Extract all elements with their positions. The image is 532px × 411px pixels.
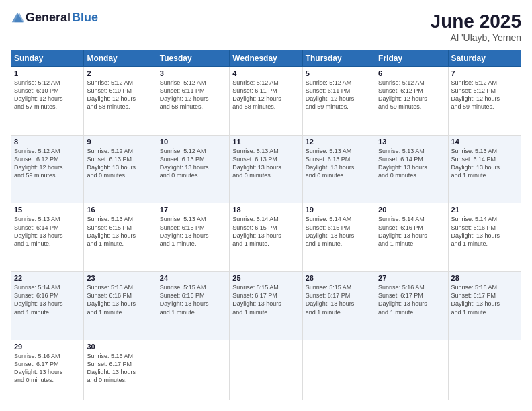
day-info: Sunrise: 5:12 AM Sunset: 6:11 PM Dayligh… xyxy=(306,79,372,111)
calendar-cell: 23Sunrise: 5:15 AM Sunset: 6:16 PM Dayli… xyxy=(84,272,157,340)
day-info: Sunrise: 5:12 AM Sunset: 6:12 PM Dayligh… xyxy=(14,147,81,180)
day-info: Sunrise: 5:13 AM Sunset: 6:14 PM Dayligh… xyxy=(14,215,81,248)
calendar-cell: 9Sunrise: 5:12 AM Sunset: 6:13 PM Daylig… xyxy=(84,135,157,203)
day-number: 1 xyxy=(14,69,81,77)
day-number: 4 xyxy=(232,69,299,77)
day-info: Sunrise: 5:15 AM Sunset: 6:17 PM Dayligh… xyxy=(232,283,299,316)
weekday-header: Monday xyxy=(84,50,157,67)
weekday-header: Wednesday xyxy=(230,50,302,67)
calendar-cell: 12Sunrise: 5:13 AM Sunset: 6:13 PM Dayli… xyxy=(302,135,375,203)
day-info: Sunrise: 5:15 AM Sunset: 6:16 PM Dayligh… xyxy=(87,283,153,316)
day-number: 7 xyxy=(451,69,518,77)
header: GeneralBlue June 2025 Al 'Ulayb, Yemen xyxy=(11,11,521,43)
day-info: Sunrise: 5:12 AM Sunset: 6:12 PM Dayligh… xyxy=(451,79,518,111)
day-number: 17 xyxy=(160,205,226,214)
weekday-header: Sunday xyxy=(11,50,84,67)
weekday-header: Saturday xyxy=(448,50,521,67)
day-info: Sunrise: 5:14 AM Sunset: 6:16 PM Dayligh… xyxy=(378,215,445,248)
day-number: 15 xyxy=(14,205,81,214)
logo-icon xyxy=(11,11,24,25)
calendar-cell xyxy=(448,340,521,400)
calendar-cell: 25Sunrise: 5:15 AM Sunset: 6:17 PM Dayli… xyxy=(230,272,302,340)
calendar-cell: 10Sunrise: 5:12 AM Sunset: 6:13 PM Dayli… xyxy=(157,135,229,203)
day-info: Sunrise: 5:13 AM Sunset: 6:13 PM Dayligh… xyxy=(306,147,372,180)
logo-blue-text: Blue xyxy=(72,11,98,25)
day-number: 23 xyxy=(87,274,153,282)
day-info: Sunrise: 5:16 AM Sunset: 6:17 PM Dayligh… xyxy=(87,352,153,385)
calendar-cell: 17Sunrise: 5:13 AM Sunset: 6:15 PM Dayli… xyxy=(157,203,229,272)
calendar-cell: 26Sunrise: 5:15 AM Sunset: 6:17 PM Dayli… xyxy=(302,272,375,340)
page: GeneralBlue June 2025 Al 'Ulayb, Yemen S… xyxy=(0,0,532,411)
calendar-cell: 19Sunrise: 5:14 AM Sunset: 6:15 PM Dayli… xyxy=(302,203,375,272)
weekday-header: Friday xyxy=(375,50,448,67)
day-number: 3 xyxy=(160,69,226,77)
day-info: Sunrise: 5:16 AM Sunset: 6:17 PM Dayligh… xyxy=(451,283,518,316)
day-number: 6 xyxy=(378,69,445,77)
day-info: Sunrise: 5:14 AM Sunset: 6:16 PM Dayligh… xyxy=(451,215,518,248)
calendar-cell: 20Sunrise: 5:14 AM Sunset: 6:16 PM Dayli… xyxy=(375,203,448,272)
day-info: Sunrise: 5:16 AM Sunset: 6:17 PM Dayligh… xyxy=(378,283,445,316)
calendar-cell: 15Sunrise: 5:13 AM Sunset: 6:14 PM Dayli… xyxy=(11,203,84,272)
day-number: 18 xyxy=(232,205,299,214)
day-number: 24 xyxy=(160,274,226,282)
calendar-cell: 8Sunrise: 5:12 AM Sunset: 6:12 PM Daylig… xyxy=(11,135,84,203)
day-info: Sunrise: 5:12 AM Sunset: 6:12 PM Dayligh… xyxy=(378,79,445,111)
calendar-cell: 21Sunrise: 5:14 AM Sunset: 6:16 PM Dayli… xyxy=(448,203,521,272)
day-info: Sunrise: 5:13 AM Sunset: 6:15 PM Dayligh… xyxy=(160,215,226,248)
day-info: Sunrise: 5:14 AM Sunset: 6:15 PM Dayligh… xyxy=(232,215,299,248)
day-number: 9 xyxy=(87,138,153,146)
day-number: 11 xyxy=(232,138,299,146)
calendar-cell: 24Sunrise: 5:15 AM Sunset: 6:16 PM Dayli… xyxy=(157,272,229,340)
calendar-cell: 7Sunrise: 5:12 AM Sunset: 6:12 PM Daylig… xyxy=(448,67,521,136)
calendar-cell xyxy=(375,340,448,400)
day-info: Sunrise: 5:16 AM Sunset: 6:17 PM Dayligh… xyxy=(14,352,81,385)
calendar-week-row: 15Sunrise: 5:13 AM Sunset: 6:14 PM Dayli… xyxy=(11,203,521,272)
day-number: 30 xyxy=(87,342,153,351)
day-info: Sunrise: 5:12 AM Sunset: 6:11 PM Dayligh… xyxy=(232,79,299,111)
day-number: 26 xyxy=(306,274,372,282)
day-number: 20 xyxy=(378,205,445,214)
day-info: Sunrise: 5:15 AM Sunset: 6:16 PM Dayligh… xyxy=(160,283,226,316)
calendar-cell xyxy=(230,340,302,400)
logo-general-text: General xyxy=(26,11,71,25)
calendar-cell: 30Sunrise: 5:16 AM Sunset: 6:17 PM Dayli… xyxy=(84,340,157,400)
calendar-week-row: 1Sunrise: 5:12 AM Sunset: 6:10 PM Daylig… xyxy=(11,67,521,136)
day-info: Sunrise: 5:13 AM Sunset: 6:14 PM Dayligh… xyxy=(378,147,445,180)
title-block: June 2025 Al 'Ulayb, Yemen xyxy=(431,11,521,43)
day-info: Sunrise: 5:12 AM Sunset: 6:10 PM Dayligh… xyxy=(87,79,153,111)
day-info: Sunrise: 5:12 AM Sunset: 6:13 PM Dayligh… xyxy=(160,147,226,180)
logo: GeneralBlue xyxy=(11,11,98,25)
weekday-header: Tuesday xyxy=(157,50,229,67)
calendar-cell: 28Sunrise: 5:16 AM Sunset: 6:17 PM Dayli… xyxy=(448,272,521,340)
calendar-cell: 1Sunrise: 5:12 AM Sunset: 6:10 PM Daylig… xyxy=(11,67,84,136)
day-info: Sunrise: 5:12 AM Sunset: 6:13 PM Dayligh… xyxy=(87,147,153,180)
calendar-week-row: 22Sunrise: 5:14 AM Sunset: 6:16 PM Dayli… xyxy=(11,272,521,340)
day-number: 2 xyxy=(87,69,153,77)
calendar-cell: 27Sunrise: 5:16 AM Sunset: 6:17 PM Dayli… xyxy=(375,272,448,340)
month-title: June 2025 xyxy=(431,11,521,32)
calendar-week-row: 29Sunrise: 5:16 AM Sunset: 6:17 PM Dayli… xyxy=(11,340,521,400)
day-number: 28 xyxy=(451,274,518,282)
logo-text: GeneralBlue xyxy=(11,11,98,25)
calendar-week-row: 8Sunrise: 5:12 AM Sunset: 6:12 PM Daylig… xyxy=(11,135,521,203)
day-number: 12 xyxy=(306,138,372,146)
calendar-cell: 29Sunrise: 5:16 AM Sunset: 6:17 PM Dayli… xyxy=(11,340,84,400)
day-info: Sunrise: 5:14 AM Sunset: 6:15 PM Dayligh… xyxy=(306,215,372,248)
day-info: Sunrise: 5:15 AM Sunset: 6:17 PM Dayligh… xyxy=(306,283,372,316)
calendar-cell: 5Sunrise: 5:12 AM Sunset: 6:11 PM Daylig… xyxy=(302,67,375,136)
day-number: 27 xyxy=(378,274,445,282)
day-info: Sunrise: 5:13 AM Sunset: 6:14 PM Dayligh… xyxy=(451,147,518,180)
calendar-cell xyxy=(157,340,229,400)
day-info: Sunrise: 5:12 AM Sunset: 6:11 PM Dayligh… xyxy=(160,79,226,111)
day-info: Sunrise: 5:14 AM Sunset: 6:16 PM Dayligh… xyxy=(14,283,81,316)
calendar-header-row: SundayMondayTuesdayWednesdayThursdayFrid… xyxy=(11,50,521,67)
calendar-cell: 6Sunrise: 5:12 AM Sunset: 6:12 PM Daylig… xyxy=(375,67,448,136)
day-info: Sunrise: 5:13 AM Sunset: 6:15 PM Dayligh… xyxy=(87,215,153,248)
day-number: 16 xyxy=(87,205,153,214)
day-info: Sunrise: 5:12 AM Sunset: 6:10 PM Dayligh… xyxy=(14,79,81,111)
calendar-cell: 4Sunrise: 5:12 AM Sunset: 6:11 PM Daylig… xyxy=(230,67,302,136)
day-number: 8 xyxy=(14,138,81,146)
calendar-table: SundayMondayTuesdayWednesdayThursdayFrid… xyxy=(11,50,521,400)
calendar-cell: 3Sunrise: 5:12 AM Sunset: 6:11 PM Daylig… xyxy=(157,67,229,136)
day-number: 21 xyxy=(451,205,518,214)
